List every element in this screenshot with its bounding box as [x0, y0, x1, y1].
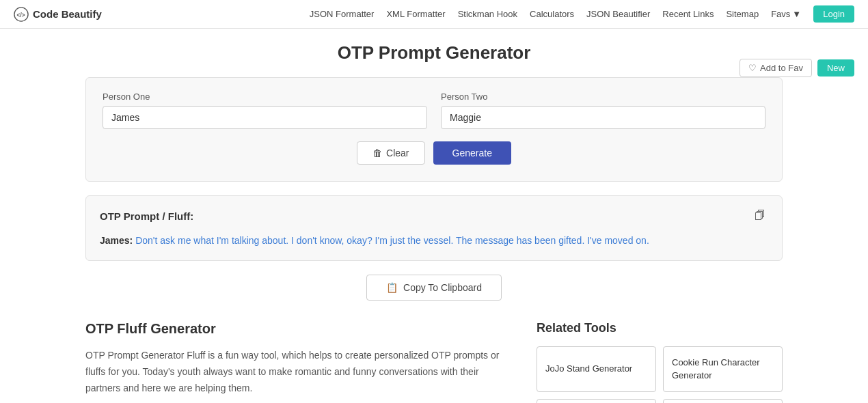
- add-to-fav-button[interactable]: ♡ Add to Fav: [740, 59, 812, 77]
- top-right-actions: ♡ Add to Fav New: [740, 59, 854, 77]
- nav-json-beautifier[interactable]: JSON Beautifier: [586, 9, 650, 19]
- output-text: James: Don't ask me what I'm talking abo…: [100, 233, 768, 248]
- site-header: </> Code Beautify JSON Formatter XML For…: [0, 0, 868, 29]
- nav-stickman-hook[interactable]: Stickman Hook: [458, 9, 517, 19]
- related-tools-heading: Related Tools: [537, 321, 783, 335]
- nav-calculators[interactable]: Calculators: [530, 9, 574, 19]
- info-para-1: OTP Prompt Generator Fluff is a fun way …: [85, 348, 509, 396]
- person-one-group: Person One: [103, 92, 427, 129]
- heart-icon: ♡: [748, 63, 757, 73]
- info-para1-text: OTP Prompt Generator Fluff is a fun way …: [85, 350, 499, 393]
- tool-random-billing[interactable]: Random Billing Address: [663, 399, 783, 403]
- nav-sitemap[interactable]: Sitemap: [726, 9, 759, 19]
- info-heading: OTP Fluff Generator: [85, 321, 509, 337]
- input-section: Person One Person Two 🗑 Clear Generate: [85, 77, 783, 182]
- copy-icon-button[interactable]: 🗍: [752, 208, 768, 223]
- chevron-down-icon: ▼: [792, 9, 801, 19]
- person-two-group: Person Two: [441, 92, 765, 129]
- main-content: OTP Prompt Generator Person One Person T…: [72, 29, 796, 403]
- generate-button[interactable]: Generate: [433, 141, 511, 165]
- nav-json-formatter[interactable]: JSON Formatter: [310, 9, 375, 19]
- copy-icon: 🗍: [755, 210, 765, 221]
- output-title: OTP Prompt / Fluff:: [100, 210, 193, 222]
- speaker-name: James:: [100, 235, 133, 246]
- page-header-area: OTP Prompt Generator Person One Person T…: [0, 29, 868, 403]
- new-button[interactable]: New: [817, 59, 854, 77]
- clipboard-wrap: 📋 Copy To Clipboard: [85, 275, 783, 301]
- bottom-section: OTP Fluff Generator OTP Prompt Generator…: [85, 321, 783, 403]
- tool-cookie-run[interactable]: Cookie Run Character Generator: [663, 346, 783, 391]
- info-section: OTP Fluff Generator OTP Prompt Generator…: [85, 321, 509, 403]
- output-section: OTP Prompt / Fluff: 🗍 James: Don't ask m…: [85, 195, 783, 261]
- tools-grid: JoJo Stand Generator Cookie Run Characte…: [537, 346, 783, 403]
- logo-text: Code Beautify: [33, 8, 102, 20]
- person-two-input[interactable]: [441, 106, 765, 129]
- clipboard-icon: 📋: [386, 282, 398, 293]
- output-header: OTP Prompt / Fluff: 🗍: [100, 208, 768, 223]
- main-nav: JSON Formatter XML Formatter Stickman Ho…: [310, 5, 854, 23]
- nav-favs[interactable]: Favs ▼: [771, 9, 801, 19]
- person-one-input[interactable]: [103, 106, 427, 129]
- trash-icon: 🗑: [372, 148, 382, 158]
- person-one-label: Person One: [103, 92, 427, 102]
- nav-xml-formatter[interactable]: XML Formatter: [386, 9, 445, 19]
- button-row: 🗑 Clear Generate: [103, 141, 765, 165]
- logo[interactable]: </> Code Beautify: [14, 7, 102, 22]
- tool-jojo-stand[interactable]: JoJo Stand Generator: [537, 346, 656, 391]
- nav-recent-links[interactable]: Recent Links: [662, 9, 714, 19]
- clear-button[interactable]: 🗑 Clear: [357, 141, 424, 165]
- login-button[interactable]: Login: [813, 5, 854, 23]
- input-row: Person One Person Two: [103, 92, 765, 129]
- speech-text: Don't ask me what I'm talking about. I d…: [133, 235, 649, 246]
- svg-text:</>: </>: [17, 12, 25, 18]
- tool-random-theme[interactable]: Random Theme Generator: [537, 399, 656, 403]
- related-tools-section: Related Tools JoJo Stand Generator Cooki…: [537, 321, 783, 403]
- page-title: OTP Prompt Generator: [85, 42, 783, 64]
- logo-icon: </>: [14, 7, 29, 22]
- person-two-label: Person Two: [441, 92, 765, 102]
- copy-to-clipboard-button[interactable]: 📋 Copy To Clipboard: [366, 275, 502, 301]
